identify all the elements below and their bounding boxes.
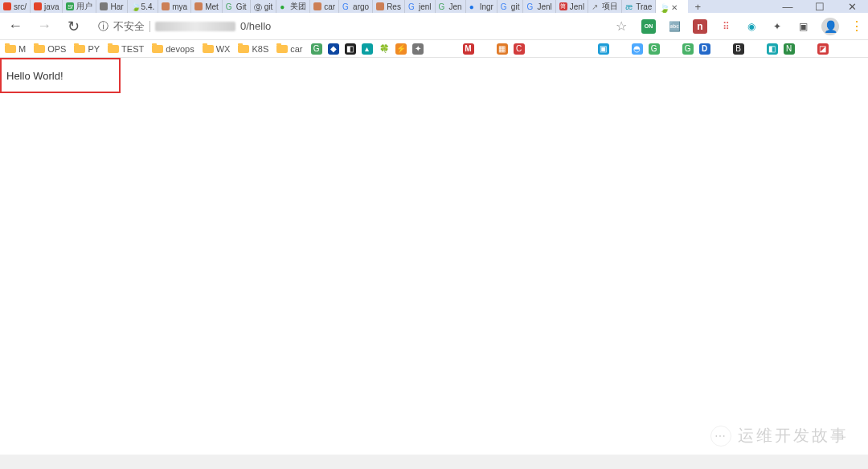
bm-icon[interactable]: M [463, 43, 474, 55]
bm-icon[interactable]: ♨ [446, 43, 457, 55]
tab-favicon: ● [280, 2, 288, 10]
browser-tab[interactable]: Gjenl [405, 0, 436, 13]
tab-close-icon[interactable]: ✕ [671, 3, 678, 12]
bm-icon[interactable]: ✷ [615, 43, 626, 55]
nav-forward-button[interactable]: → [34, 16, 55, 37]
browser-tab[interactable]: ●美团 [276, 0, 310, 13]
bookmark-folder[interactable]: M [5, 44, 26, 54]
bookmark-folder[interactable]: WX [203, 44, 231, 54]
bookmark-folder-label: OPS [47, 44, 66, 54]
bm-icon[interactable]: ⚠ [716, 43, 727, 55]
bookmark-folder[interactable]: PY [74, 44, 100, 54]
extension-icon-star[interactable]: ✦ [770, 19, 784, 34]
browser-tab[interactable]: java [31, 0, 63, 13]
bm-icon[interactable]: ❄ [750, 43, 761, 55]
bookmark-folder[interactable]: TEST [108, 44, 144, 54]
bm-icon[interactable]: ◆ [328, 43, 339, 55]
browser-tab[interactable]: Met [191, 0, 223, 13]
browser-tab[interactable]: Gargo [339, 0, 373, 13]
bm-icon[interactable]: ◯ [480, 43, 491, 55]
new-tab-button[interactable]: + [688, 0, 707, 13]
bm-icon[interactable]: G [311, 43, 322, 55]
folder-icon [108, 45, 119, 53]
translate-icon[interactable]: 🔤 [667, 19, 682, 34]
browser-menu-icon[interactable]: ⋮ [850, 18, 863, 34]
browser-tab[interactable]: Sf用户 [63, 0, 96, 13]
bm-icon[interactable]: ♦ [564, 43, 575, 55]
bm-icon[interactable]: ◓ [632, 43, 643, 55]
browser-tab[interactable]: Res [373, 0, 405, 13]
bm-icon[interactable]: ◥ [547, 43, 559, 55]
bm-icon[interactable]: ▦ [497, 43, 508, 55]
browser-tab[interactable]: ●Ingr [466, 0, 497, 13]
browser-tab[interactable]: GGit [223, 0, 251, 13]
tab-favicon: G [526, 2, 534, 10]
bm-icon[interactable]: ▤ [530, 43, 542, 55]
tab-title: Trae [636, 2, 652, 11]
bm-icon[interactable]: ✦ [412, 43, 424, 55]
extension-icon-on[interactable]: ON [641, 19, 656, 34]
extension-icon-cube[interactable]: ▣ [796, 19, 810, 34]
browser-tab[interactable]: 简Jenl [556, 0, 588, 13]
bookmark-folder-label: M [18, 44, 26, 54]
bm-icon[interactable]: 🍀 [379, 43, 390, 55]
bm-icon[interactable]: G [682, 43, 694, 55]
window-minimize-button[interactable]: — [772, 0, 804, 13]
browser-tab[interactable]: ⓖgit [251, 0, 277, 13]
tab-title: src/ [14, 2, 27, 11]
bm-icon[interactable]: B [733, 43, 744, 55]
site-info-icon[interactable]: ⓘ [98, 19, 108, 34]
browser-tab[interactable]: ↗项目 [588, 0, 622, 13]
watermark: ⋯ 运维开发故事 [710, 425, 849, 447]
bm-icon[interactable]: ◪ [817, 43, 829, 55]
bm-icon[interactable]: ▣ [598, 43, 609, 55]
bookmark-folder[interactable]: car [276, 44, 302, 54]
tab-favicon [376, 2, 384, 10]
extension-icon-grid[interactable]: ⠿ [719, 19, 733, 34]
window-maximize-button[interactable]: ☐ [804, 0, 836, 13]
bookmark-star-icon[interactable]: ☆ [616, 18, 627, 34]
bm-icon[interactable]: C [514, 43, 525, 55]
tab-favicon: G [226, 2, 234, 10]
nav-back-button[interactable]: ← [5, 16, 26, 37]
bm-icon[interactable]: ▥ [429, 43, 440, 55]
bm-icon[interactable]: G [649, 43, 660, 55]
bm-icon[interactable]: D [699, 43, 710, 55]
wechat-icon: ⋯ [710, 426, 731, 447]
extension-icon-n[interactable]: n [693, 19, 707, 34]
browser-tab[interactable]: src/ [0, 0, 31, 13]
browser-tab[interactable]: GJenl [523, 0, 555, 13]
browser-tab[interactable]: car [310, 0, 339, 13]
bm-icon[interactable]: ◧ [767, 43, 778, 55]
extension-icon-generic-1[interactable]: ◉ [744, 19, 759, 34]
folder-icon [34, 45, 45, 53]
bm-icon[interactable]: ▴ [362, 43, 373, 55]
bookmark-folder[interactable]: K8S [238, 44, 268, 54]
bm-icon[interactable]: ◧ [345, 43, 356, 55]
bookmark-folder-label: K8S [252, 44, 268, 54]
bm-icon[interactable]: N [784, 43, 795, 55]
address-bar[interactable]: ⓘ 不安全 0/hello ☆ [92, 15, 633, 37]
browser-tab[interactable]: mya [158, 0, 191, 13]
bookmark-folder[interactable]: OPS [34, 44, 66, 54]
tab-title: Met [205, 2, 219, 11]
browser-tab[interactable]: 🍃5.4. [128, 0, 159, 13]
bm-icon[interactable]: ⚡ [395, 43, 407, 55]
folder-icon [203, 45, 214, 53]
profile-avatar[interactable]: 👤 [821, 18, 839, 35]
tab-favicon: G [408, 2, 416, 10]
tab-favicon: æ [625, 2, 633, 10]
browser-tab[interactable]: æTrae [622, 0, 656, 13]
browser-tab[interactable]: Ggit [497, 0, 524, 13]
bm-icon[interactable]: ⊞ [800, 43, 812, 55]
browser-tab-active[interactable]: 🍃✕ [656, 0, 688, 13]
browser-tab[interactable]: GJen [436, 0, 466, 13]
folder-icon [238, 45, 249, 53]
bm-icon[interactable]: # [665, 43, 677, 55]
bookmark-folder[interactable]: devops [152, 44, 194, 54]
tab-title: Ingr [480, 2, 493, 11]
window-close-button[interactable]: ✕ [836, 0, 868, 13]
bm-icon[interactable]: ✧ [581, 43, 592, 55]
nav-refresh-button[interactable]: ↻ [63, 16, 84, 37]
browser-tab[interactable]: Har [96, 0, 127, 13]
